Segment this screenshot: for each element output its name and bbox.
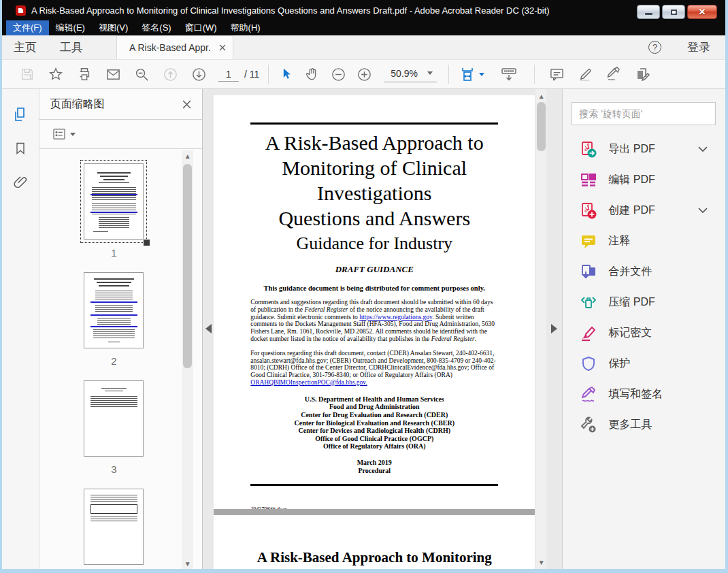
menu-edit[interactable]: 编辑(E) (49, 20, 92, 35)
ora-email-link[interactable]: ORAHQBIMOInspectionPOC@fda.hhs.gov. (250, 379, 367, 386)
tool-redact[interactable]: 标记密文 (572, 318, 716, 348)
menu-sign[interactable]: 签名(S) (135, 20, 178, 35)
tools-list: 导出 PDF 编辑 PDF 创建 PDF (572, 134, 716, 440)
date-block: March 2019 Procedural (250, 459, 498, 474)
chevron-down-icon[interactable] (70, 133, 76, 136)
document-scroll-area[interactable]: A Risk-Based Approach to Monitoring of C… (214, 89, 535, 569)
panel-close-icon[interactable] (182, 100, 191, 109)
thumbnail-page-3[interactable]: 3 (81, 378, 146, 475)
tools-search-input[interactable] (572, 102, 716, 125)
thumbnail-page-4[interactable]: 4 (81, 486, 146, 569)
close-button[interactable]: ✕ (687, 5, 717, 19)
comment-icon (580, 233, 597, 250)
horizontal-rule (250, 484, 498, 486)
thumbnail-selection-border (80, 160, 147, 243)
menu-window[interactable]: 窗口(W) (178, 20, 224, 35)
options-list-icon[interactable] (53, 129, 65, 140)
tools-panel: 导出 PDF 编辑 PDF 创建 PDF (562, 89, 725, 569)
thumbnail-number: 1 (111, 247, 116, 259)
tool-more-tools[interactable]: 更多工具 (572, 410, 716, 440)
thumbnails-panel-title: 页面缩略图 (50, 97, 105, 112)
page-scrolling-button[interactable] (495, 63, 523, 86)
regulations-gov-link[interactable]: https://www.regulations.gov (359, 314, 432, 321)
help-icon[interactable]: ? (648, 41, 661, 54)
select-tool-button[interactable] (274, 63, 299, 86)
distribution-notice: This guidance document is being distribu… (250, 284, 498, 292)
page-separator (214, 509, 535, 515)
zoom-out-button[interactable] (325, 63, 351, 86)
stamp-edit-tool-button[interactable] (628, 63, 657, 86)
sign-in-button[interactable]: 登录 (687, 39, 710, 55)
thumbnail-number: 2 (111, 355, 116, 367)
tool-create-pdf[interactable]: 创建 PDF (572, 195, 716, 226)
next-page-arrow-icon[interactable] (551, 324, 557, 333)
restore-button[interactable] (662, 5, 685, 19)
thumbnails-options-row (39, 120, 203, 149)
tool-export-pdf[interactable]: 导出 PDF (572, 134, 716, 165)
tool-label: 更多工具 (608, 418, 652, 432)
hand-tool-button[interactable] (299, 63, 325, 86)
email-button[interactable] (99, 63, 127, 86)
fit-width-button[interactable] (454, 63, 489, 86)
page-number-input[interactable] (218, 67, 239, 82)
tab-home[interactable]: 主页 (2, 35, 48, 59)
tab-tools[interactable]: 工具 (48, 35, 95, 59)
page-thumbnails-rail-button[interactable] (12, 105, 29, 123)
tool-label: 合并文件 (608, 265, 652, 279)
chevron-down-icon[interactable] (698, 208, 708, 214)
scroll-up-icon[interactable]: ▲ (182, 150, 193, 161)
fill-sign-tool-button[interactable] (599, 63, 628, 86)
previous-page-button[interactable] (156, 63, 184, 86)
comment-tool-button[interactable] (542, 63, 571, 86)
toolbar-separator (268, 65, 269, 84)
next-page-zone[interactable] (546, 89, 562, 569)
tool-protect[interactable]: 保护 (572, 348, 716, 379)
navigation-rail (2, 89, 39, 569)
print-icon (77, 67, 92, 82)
toolbar: / 11 50.9% (2, 60, 725, 89)
scrollbar-thumb[interactable] (183, 164, 192, 368)
print-button[interactable] (70, 63, 99, 86)
menu-file[interactable]: 文件(F) (6, 20, 49, 35)
tab-close-icon[interactable] (219, 44, 226, 51)
scrollbar-thumb[interactable] (537, 102, 546, 151)
tool-fill-sign[interactable]: 填写和签名 (572, 379, 716, 410)
menu-view[interactable]: 视图(V) (92, 20, 135, 35)
scroll-down-icon[interactable]: ▼ (535, 557, 547, 568)
create-pdf-icon (580, 202, 597, 220)
favorite-button[interactable] (42, 63, 70, 86)
zoom-in-button[interactable] (351, 63, 377, 86)
search-tool-button[interactable] (127, 63, 156, 86)
thumbnail-image-4 (84, 489, 144, 565)
tool-compress-pdf[interactable]: 压缩 PDF (572, 287, 716, 318)
thumbnails-scrollbar[interactable]: ▲ ▼ (182, 150, 193, 569)
menubar: 文件(F) 编辑(E) 视图(V) 签名(S) 窗口(W) 帮助(H) (2, 20, 725, 35)
previous-page-zone[interactable] (203, 89, 214, 569)
thumbnails-panel-header: 页面缩略图 (39, 89, 203, 120)
document-scrollbar[interactable]: ▲ ▼ (535, 89, 546, 569)
next-page-button[interactable] (184, 63, 213, 86)
scroll-down-icon[interactable]: ▼ (182, 558, 193, 569)
scroll-up-icon[interactable]: ▲ (535, 91, 547, 101)
tool-comment[interactable]: 注释 (572, 226, 716, 257)
menu-help[interactable]: 帮助(H) (224, 20, 267, 35)
window-controls: ✕ (637, 5, 717, 19)
previous-page-arrow-icon[interactable] (205, 324, 212, 333)
highlight-tool-button[interactable] (571, 63, 599, 86)
attachments-rail-button[interactable] (12, 174, 29, 191)
tool-combine-files[interactable]: 合并文件 (572, 257, 716, 287)
thumbnail-resize-handle[interactable] (144, 240, 150, 246)
thumbnail-page-2[interactable]: 2 (81, 269, 146, 367)
save-button[interactable] (13, 63, 42, 86)
minimize-button[interactable] (637, 5, 660, 19)
tool-edit-pdf[interactable]: 编辑 PDF (572, 165, 716, 195)
thumbnail-page-1[interactable]: 1 (80, 160, 147, 259)
tab-document[interactable]: A Risk-Based Appr... (116, 35, 233, 59)
minimize-icon (645, 13, 652, 15)
bookmarks-rail-button[interactable] (12, 140, 29, 157)
chevron-down-icon (427, 71, 433, 75)
chevron-down-icon[interactable] (698, 146, 708, 152)
bookmark-icon (14, 141, 27, 156)
chevron-down-icon (479, 73, 484, 76)
zoom-level-dropdown[interactable]: 50.9% (384, 67, 437, 82)
